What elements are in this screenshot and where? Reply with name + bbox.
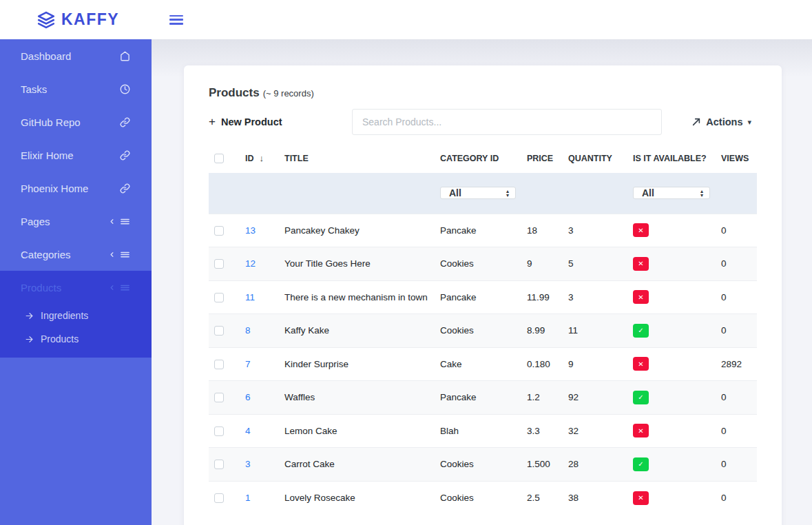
brand[interactable]: KAFFY [0, 10, 152, 29]
cell-views: 0 [716, 314, 757, 348]
new-product-button[interactable]: + New Product [209, 115, 282, 129]
sidebar-item-tasks[interactable]: Tasks [0, 72, 152, 105]
top-header: KAFFY [0, 0, 812, 39]
cell-title: Kaffy Kake [279, 314, 435, 348]
availability-badge: ✓ [633, 391, 649, 404]
cell-quantity: 11 [563, 314, 627, 348]
column-header-views[interactable]: VIEWS [716, 153, 757, 173]
row-id-link[interactable]: 11 [245, 292, 255, 302]
availability-badge: ✕ [633, 357, 649, 371]
sidebar-item-label: Dashboard [21, 50, 120, 62]
sidebar-item-github-repo[interactable]: GitHub Repo [0, 105, 152, 138]
row-id-link[interactable]: 4 [245, 426, 251, 436]
category-filter-select[interactable]: All [440, 187, 516, 199]
row-checkbox[interactable] [214, 426, 224, 436]
sidebar-subitem-products[interactable]: Products [0, 327, 152, 351]
cell-quantity: 3 [563, 214, 627, 247]
row-checkbox[interactable] [214, 360, 224, 369]
cell-price: 18 [521, 214, 563, 247]
cell-price: 1.500 [521, 448, 563, 482]
products-table: ID↓ TITLE CATEGORY ID PRICE QUANTITY IS … [209, 153, 757, 515]
row-id-link[interactable]: 12 [245, 258, 256, 269]
table-row: 8 Kaffy Kake Cookies 8.99 11 ✓ 0 [209, 314, 757, 348]
sidebar-toggle-button[interactable] [169, 15, 183, 25]
plus-icon: + [209, 115, 216, 129]
actions-label: Actions [706, 116, 742, 127]
row-checkbox[interactable] [214, 293, 224, 302]
sidebar-item-products[interactable]: Products [0, 271, 152, 304]
cell-title: Carrot Cake [279, 448, 435, 482]
cell-title: Lemon Cake [279, 414, 435, 448]
sidebar-item-label: GitHub Repo [21, 116, 120, 128]
column-header-category-id[interactable]: CATEGORY ID [435, 153, 521, 173]
chevron-left-icon [108, 218, 116, 225]
cell-category: Cookies [435, 481, 521, 515]
row-id-link[interactable]: 3 [245, 459, 251, 469]
cell-price: 2.5 [521, 481, 563, 515]
sidebar-item-phoenix-home[interactable]: Phoenix Home [0, 172, 152, 205]
page-title: Products(~ 9 records) [209, 86, 757, 100]
arrow-right-icon [25, 311, 34, 320]
cell-quantity: 9 [563, 347, 627, 381]
cell-views: 0 [716, 448, 757, 482]
clock-icon [120, 84, 130, 94]
row-checkbox[interactable] [214, 393, 224, 402]
cell-title: Kinder Surprise [279, 347, 435, 381]
sidebar-item-label: Products [21, 282, 108, 294]
menu-icon [120, 216, 130, 227]
row-checkbox[interactable] [214, 226, 224, 236]
row-checkbox[interactable] [214, 493, 224, 503]
filter-row: All ▴▾ All ▴▾ [209, 173, 757, 214]
cell-views: 0 [716, 381, 757, 415]
row-id-link[interactable]: 13 [245, 225, 256, 236]
sidebar-item-label: Pages [21, 216, 108, 227]
row-id-link[interactable]: 6 [245, 392, 251, 402]
cell-title: Waffles [279, 381, 435, 415]
link-icon [120, 150, 130, 161]
sidebar-item-dashboard[interactable]: Dashboard [0, 39, 152, 72]
row-checkbox[interactable] [214, 460, 224, 469]
toolbar: + New Product Actions ▾ [209, 109, 757, 135]
row-checkbox[interactable] [214, 259, 224, 269]
column-header-available[interactable]: IS IT AVAILABLE? [627, 153, 716, 173]
sidebar-item-pages[interactable]: Pages [0, 205, 152, 238]
sidebar-subitem-label: Products [41, 333, 79, 344]
sidebar-item-label: Tasks [21, 83, 120, 95]
cell-views: 0 [716, 214, 757, 247]
column-header-quantity[interactable]: QUANTITY [563, 153, 627, 173]
table-row: 3 Carrot Cake Cookies 1.500 28 ✓ 0 [209, 448, 757, 482]
search-input[interactable] [352, 109, 662, 135]
sidebar-subitem-label: Ingredients [41, 310, 88, 321]
availability-badge: ✕ [633, 290, 649, 304]
products-card: Products(~ 9 records) + New Product Acti… [184, 65, 782, 525]
table-row: 6 Waffles Pancake 1.2 92 ✓ 0 [209, 381, 757, 415]
row-checkbox[interactable] [214, 326, 224, 336]
availability-badge: ✕ [633, 257, 649, 271]
column-header-id[interactable]: ID↓ [240, 153, 279, 173]
column-header-title[interactable]: TITLE [279, 153, 435, 173]
row-id-link[interactable]: 8 [245, 325, 251, 336]
hamburger-icon [169, 15, 183, 17]
row-id-link[interactable]: 1 [245, 493, 251, 503]
table-row: 1 Lovely Rosecake Cookies 2.5 38 ✕ 0 [209, 481, 757, 515]
sidebar-subitem-ingredients[interactable]: Ingredients [0, 304, 152, 327]
table-row: 13 Pancakey Chakey Pancake 18 3 ✕ 0 [209, 214, 757, 247]
column-header-price[interactable]: PRICE [521, 153, 563, 173]
sidebar-item-elixir-home[interactable]: Elixir Home [0, 138, 152, 172]
sidebar-section-products: Products Ingredients Products [0, 271, 152, 358]
arrow-up-right-icon [691, 117, 701, 127]
chevron-left-icon [108, 251, 116, 258]
cell-quantity: 28 [563, 448, 627, 482]
available-filter-select[interactable]: All [633, 187, 710, 199]
actions-dropdown-button[interactable]: Actions ▾ [691, 116, 751, 127]
cell-category: Pancake [435, 381, 521, 415]
sort-desc-icon[interactable]: ↓ [260, 153, 264, 163]
cell-category: Cake [435, 347, 521, 381]
cell-quantity: 92 [563, 381, 627, 415]
row-id-link[interactable]: 7 [245, 359, 251, 369]
new-product-label: New Product [221, 116, 282, 127]
select-all-checkbox[interactable] [214, 154, 224, 163]
availability-badge: ✓ [633, 457, 649, 471]
sidebar-item-categories[interactable]: Categories [0, 238, 152, 271]
page-title-text: Products [209, 86, 260, 99]
